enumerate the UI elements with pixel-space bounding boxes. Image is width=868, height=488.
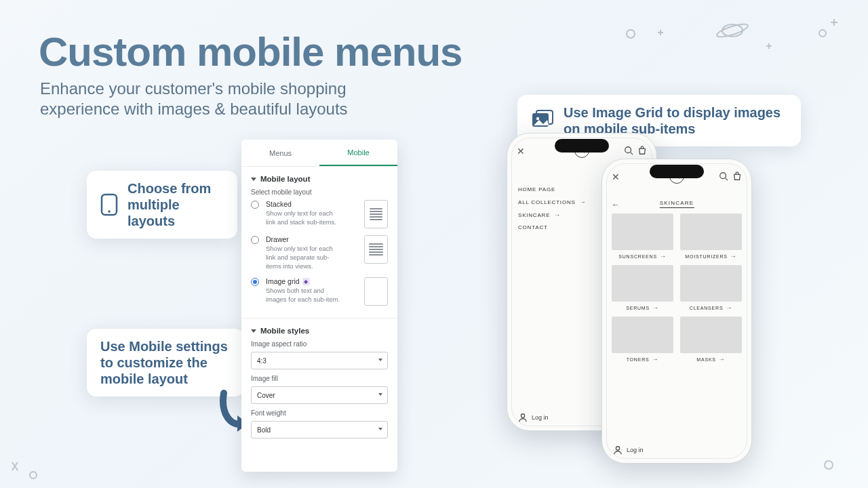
- callout-layouts-text: Choose from multiple layouts: [127, 180, 224, 229]
- grid-item[interactable]: CLEANSERS→: [680, 265, 742, 311]
- svg-point-10: [536, 117, 539, 120]
- chevron-down-icon: [251, 178, 256, 181]
- thumb-drawer: [364, 235, 388, 264]
- section-mobile-layout[interactable]: Mobile layout: [251, 175, 388, 183]
- chevron-down-icon: [251, 329, 256, 333]
- callout-settings: Use Mobile settings to customize the mob…: [87, 329, 244, 396]
- radio-image-grid[interactable]: [251, 278, 259, 286]
- grid-item[interactable]: SUNSCREENS→: [612, 214, 673, 260]
- nav-home[interactable]: HOME PAGE: [518, 186, 586, 192]
- option-image-grid[interactable]: Image grid◆ Shows both text and images f…: [251, 277, 388, 306]
- option-drawer-desc: Show only text for each link and separat…: [266, 245, 340, 270]
- radio-stacked[interactable]: [251, 201, 259, 209]
- svg-point-4: [30, 472, 37, 479]
- svg-point-5: [825, 461, 833, 469]
- page-title: Custom mobile menus: [39, 28, 462, 75]
- font-weight-select[interactable]: Bold: [251, 421, 388, 439]
- close-icon[interactable]: ✕: [517, 146, 525, 157]
- aspect-ratio-select[interactable]: 4:3: [251, 352, 388, 369]
- option-drawer-title: Drawer: [266, 235, 357, 243]
- callout-grid-text: Use Image Grid to display images on mobi…: [564, 104, 787, 137]
- close-icon[interactable]: ✕: [612, 171, 620, 182]
- back-icon[interactable]: ←: [612, 200, 620, 209]
- login-link[interactable]: Log in: [518, 413, 549, 422]
- option-stacked-title: Stacked: [266, 200, 357, 208]
- svg-point-13: [720, 173, 726, 179]
- bag-icon[interactable]: [637, 146, 647, 155]
- grid-item[interactable]: TONERS→: [612, 317, 673, 363]
- bag-icon[interactable]: [732, 171, 742, 181]
- drawer-nav: HOME PAGE ALL COLLECTIONS→ SKINCARE→ CON…: [518, 186, 586, 230]
- section-mobile-styles[interactable]: Mobile styles: [251, 327, 388, 335]
- nav-contact[interactable]: CONTACT: [518, 224, 586, 230]
- panel-tabs: Menus Mobile: [241, 140, 397, 167]
- svg-point-3: [819, 30, 826, 37]
- grid-item[interactable]: SERUMS→: [612, 265, 673, 311]
- option-grid-title: Image grid: [266, 277, 300, 285]
- option-drawer[interactable]: Drawer Show only text for each link and …: [251, 235, 388, 270]
- tab-mobile[interactable]: Mobile: [319, 140, 397, 166]
- svg-point-12: [521, 414, 524, 418]
- arrow-right-icon: →: [580, 199, 587, 205]
- thumb-grid: [364, 277, 388, 306]
- phone-grid-preview: ✕ ← SKINCARE SUNSCREENS→ MOISTURIZERS→ S…: [601, 159, 752, 464]
- image-fill-label: Image fill: [251, 375, 388, 382]
- option-stacked[interactable]: Stacked Show only text for each link and…: [251, 200, 388, 228]
- svg-point-14: [616, 447, 619, 450]
- login-link[interactable]: Log in: [613, 445, 644, 455]
- page-subtitle: Enhance your customer's mobile shopping …: [40, 79, 406, 119]
- category-title: SKINCARE: [660, 200, 694, 208]
- option-grid-desc: Shows both text and images for each sub-…: [266, 287, 340, 304]
- option-stacked-desc: Show only text for each link and stack s…: [266, 209, 340, 227]
- user-icon: [613, 445, 623, 455]
- callout-settings-text: Use Mobile settings to customize the mob…: [100, 338, 231, 387]
- premium-badge-icon: ◆: [302, 278, 310, 285]
- image-fill-select[interactable]: Cover: [251, 386, 388, 404]
- svg-point-11: [625, 147, 631, 153]
- nav-skincare[interactable]: SKINCARE→: [518, 211, 586, 218]
- callout-layouts: Choose from multiple layouts: [87, 171, 237, 239]
- font-weight-label: Font weight: [251, 409, 388, 417]
- search-icon[interactable]: [719, 171, 728, 181]
- settings-panel: Menus Mobile Mobile layout Select mobile…: [241, 140, 397, 472]
- svg-point-2: [627, 30, 635, 38]
- svg-point-7: [108, 210, 111, 213]
- arrow-right-icon: →: [554, 211, 561, 218]
- nav-collections[interactable]: ALL COLLECTIONS→: [518, 199, 586, 205]
- image-grid-icon: [531, 107, 554, 134]
- product-grid: SUNSCREENS→ MOISTURIZERS→ SERUMS→ CLEANS…: [612, 214, 742, 436]
- select-layout-label: Select mobile layout: [251, 188, 388, 196]
- user-icon: [518, 413, 528, 422]
- grid-item[interactable]: MASKS→: [680, 317, 742, 363]
- tab-menus[interactable]: Menus: [241, 140, 319, 166]
- thumb-stacked: [364, 200, 388, 228]
- phone-icon: [100, 191, 118, 218]
- search-icon[interactable]: [624, 146, 633, 155]
- aspect-ratio-label: Image aspect ratio: [251, 340, 388, 348]
- radio-drawer[interactable]: [251, 236, 259, 244]
- grid-item[interactable]: MOISTURIZERS→: [680, 214, 742, 260]
